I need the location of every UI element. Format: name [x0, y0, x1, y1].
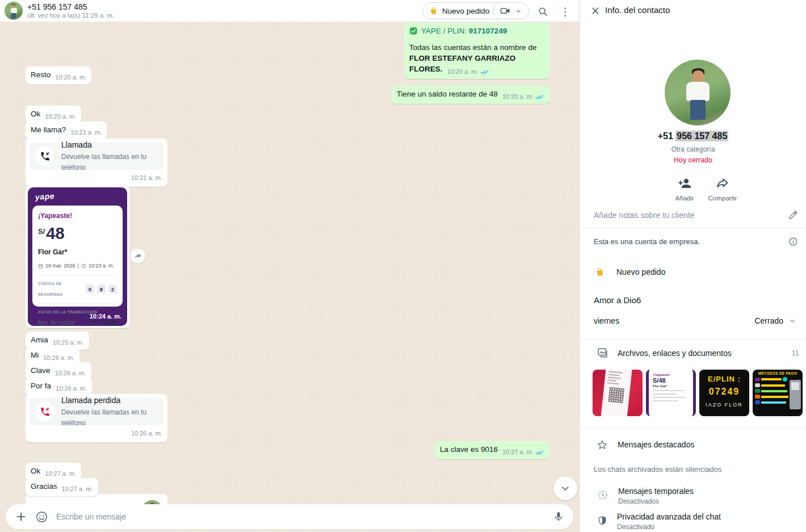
video-camera-icon: [499, 5, 511, 16]
temporary-messages-row[interactable]: Mensajes temporales Desactivados: [597, 487, 694, 505]
person-add-icon: [678, 177, 691, 190]
message-meta: 10:20 a. m.: [502, 91, 544, 102]
business-hours-row[interactable]: viernes Cerrado: [594, 316, 797, 325]
hours-day: viernes: [594, 316, 619, 325]
message-outgoing[interactable]: La clave es 901610:27 a. m.: [435, 441, 549, 459]
attach-plus-icon[interactable]: [15, 510, 27, 523]
business-category: Otra categoría: [580, 145, 806, 153]
message-input[interactable]: [56, 512, 545, 521]
panel-title: Info. del contacto: [605, 5, 670, 15]
call-card[interactable]: Llamada perdida Devuelve las llamadas en…: [30, 398, 163, 425]
contact-photo[interactable]: [665, 60, 731, 125]
add-label: Añadir: [675, 195, 694, 202]
read-ticks-icon: [535, 449, 544, 455]
missed-call-message[interactable]: Llamada perdida Devuelve las llamadas en…: [26, 394, 167, 442]
contact-about: Amor a Dio6: [594, 295, 641, 305]
close-panel-button[interactable]: [589, 5, 602, 17]
message-outgoing[interactable]: Tiene un saldo restante de 4810:20 a. m.: [392, 86, 549, 104]
message-text: Gracias: [31, 482, 57, 491]
chevron-down-icon: [515, 7, 522, 15]
forward-message-button[interactable]: [131, 249, 145, 263]
call-message[interactable]: Llamada Devuelve las llamadas en tu telé…: [26, 139, 167, 187]
chevron-down-icon[interactable]: [788, 316, 797, 325]
message-time: 10:21 a. m.: [30, 173, 162, 183]
scroll-to-bottom-button[interactable]: [553, 476, 577, 500]
thumbnail-plin-number[interactable]: E/PLIN : 07249 IAZO FLOR: [699, 370, 749, 416]
message-incoming[interactable]: Resto10:20 a. m.: [26, 66, 91, 85]
yape-receipt-message[interactable]: yape ¡Yapeaste! S/48 Flor Gar* 19 mar. 2…: [26, 185, 129, 328]
contact-phone[interactable]: +51 956 157 485: [580, 131, 806, 141]
conversation-pane: +51 956 157 485 últ. vez hoy a la(s) 11:…: [0, 0, 579, 532]
contact-avatar[interactable]: [5, 2, 23, 20]
calendar-icon: [38, 263, 43, 269]
client-notes-field[interactable]: Añade notas sobre tu cliente: [594, 210, 798, 220]
shopping-bag-icon: [595, 267, 605, 277]
message-incoming[interactable]: Me llama?10:21 a. m.: [26, 122, 107, 140]
read-ticks-icon: [480, 68, 489, 75]
message-text: Mi: [31, 351, 39, 359]
message-text: Clave: [31, 366, 51, 375]
archived-muted-note: Los chats archivados están silenciados: [594, 465, 721, 474]
info-icon[interactable]: [788, 237, 798, 246]
video-call-button[interactable]: [493, 2, 529, 19]
read-ticks-icon: [535, 93, 544, 100]
media-links-docs-row[interactable]: Archivos, enlaces y documentos 11: [597, 347, 799, 359]
thumbnail-payment-methods[interactable]: MÉTODOS DE PAGO: [753, 370, 803, 416]
advanced-privacy-row[interactable]: Privacidad avanzada del chat Desactivado: [597, 512, 721, 531]
shopping-bag-icon: [429, 6, 438, 15]
call-card[interactable]: Llamada Devuelve las llamadas en tu telé…: [30, 143, 163, 170]
media-count: 11: [792, 349, 800, 357]
shield-icon: [597, 516, 607, 526]
call-subtitle: Devuelve las llamadas en tu teléfono: [61, 152, 158, 173]
share-label: Compartir: [708, 195, 737, 202]
add-contact-button[interactable]: Añadir: [665, 177, 704, 202]
message-meta: 10:27 a. m.: [502, 447, 544, 458]
thumbnail-yape-receipt[interactable]: ¡Yapeaste! S/48 Flor Gar*: [646, 370, 696, 416]
quoted-link-row[interactable]: YAPE / PLIN: 917107249: [409, 26, 544, 36]
message-text: Ok: [31, 110, 40, 118]
microphone-icon[interactable]: [553, 511, 564, 522]
share-contact-button[interactable]: Compartir: [703, 177, 742, 202]
phone-highlight: 956 157 485: [675, 131, 728, 141]
linked-number[interactable]: 917107249: [469, 27, 507, 35]
call-title: Llamada: [61, 140, 158, 150]
share-forward-icon: [716, 177, 729, 190]
starred-messages-row[interactable]: Mensajes destacados: [597, 439, 694, 450]
media-thumbnails: ¡Yapeaste! S/48 Flor Gar* E/PLIN : 07249…: [593, 370, 803, 416]
forward-icon: [134, 252, 142, 261]
message-incoming[interactable]: Gracias10:27 a. m.: [26, 478, 98, 496]
amount: 48: [46, 224, 64, 242]
new-order-row[interactable]: Nuevo pedido: [595, 267, 665, 277]
open-status[interactable]: Hoy cerrado: [580, 156, 806, 164]
emoji-icon[interactable]: [35, 510, 48, 523]
call-title: Llamada perdida: [61, 395, 158, 406]
message-text: Tiene un saldo restante de 48: [397, 90, 498, 98]
media-label: Archivos, enlaces y documentos: [618, 349, 783, 358]
yape-card[interactable]: yape ¡Yapeaste! S/48 Flor Gar* 19 mar. 2…: [28, 187, 127, 326]
security-code-digits: 0 8 2: [86, 284, 117, 294]
last-seen-status: últ. vez hoy a la(s) 11:29 a. m.: [27, 12, 114, 19]
clock-icon: [81, 263, 86, 269]
thumbnail-receipt-photo[interactable]: [593, 370, 643, 416]
chat-title[interactable]: +51 956 157 485: [27, 2, 87, 11]
currency: S/: [38, 227, 45, 236]
message-outgoing-account-info[interactable]: YAPE / PLIN: 917107249 Todas las cuentas…: [404, 23, 549, 79]
message-text: Amia: [31, 336, 48, 344]
payer-name: Flor Gar*: [38, 247, 117, 258]
pencil-icon[interactable]: [788, 210, 798, 220]
message-incoming[interactable]: Por fa10:26 a. m.: [26, 378, 92, 396]
new-order-label: Nuevo pedido: [616, 267, 665, 277]
kebab-menu-icon: ⋮: [560, 6, 571, 17]
menu-button[interactable]: ⋮: [559, 5, 572, 18]
yape-receipt-body: ¡Yapeaste! S/48 Flor Gar* 19 mar. 2026| …: [32, 206, 123, 307]
search-button[interactable]: [536, 5, 549, 18]
search-icon: [538, 6, 548, 17]
message-text: Por fa: [31, 382, 51, 390]
whatsapp-window: +51 956 157 485 últ. vez hoy a la(s) 11:…: [0, 0, 806, 532]
message-time: 10:26 a. m.: [30, 428, 162, 439]
chat-header: +51 956 157 485 últ. vez hoy a la(s) 11:…: [0, 0, 579, 22]
message-meta: 10:20 a. m.: [447, 66, 489, 77]
notes-placeholder: Añade notas sobre tu cliente: [594, 211, 694, 220]
media-gallery-icon: [597, 347, 608, 359]
message-text: La clave es 9016: [440, 445, 498, 454]
